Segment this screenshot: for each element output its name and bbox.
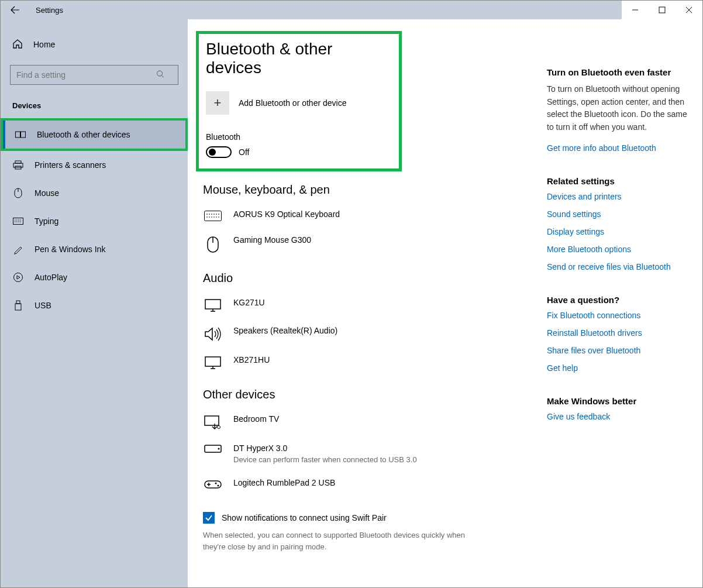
device-row[interactable]: Logitech RumblePad 2 USB — [203, 471, 536, 497]
keyboard-icon — [12, 218, 24, 225]
svg-rect-17 — [16, 301, 20, 304]
main-content: Bluetooth & other devices + Add Bluetoot… — [203, 36, 536, 576]
monitor-icon — [203, 355, 223, 369]
autoplay-icon — [12, 272, 24, 283]
question-link[interactable]: Fix Bluetooth connections — [547, 311, 687, 320]
sidebar-item-label: Mouse — [35, 188, 59, 198]
svg-rect-13 — [13, 218, 23, 225]
sidebar-item-bluetooth[interactable]: Bluetooth & other devices — [3, 121, 185, 149]
sidebar: Home Devices Bluetooth & other devices — [1, 19, 188, 587]
bluetooth-devices-icon — [15, 130, 26, 139]
device-name: KG271U — [233, 298, 265, 307]
mouse-icon — [12, 188, 24, 198]
related-heading: Related settings — [547, 176, 687, 186]
sidebar-item-label: Bluetooth & other devices — [37, 130, 130, 139]
keyboard-icon — [203, 209, 223, 221]
plus-icon: + — [206, 91, 229, 115]
section-audio: Audio — [203, 271, 536, 285]
sidebar-item-pen[interactable]: Pen & Windows Ink — [1, 235, 188, 263]
svg-point-31 — [218, 426, 220, 429]
svg-point-4 — [157, 71, 163, 76]
svg-rect-18 — [15, 304, 21, 310]
media-device-icon — [203, 414, 223, 429]
sidebar-item-usb[interactable]: USB — [1, 291, 188, 319]
swift-pair-checkbox[interactable] — [203, 512, 215, 524]
pen-icon — [12, 244, 24, 255]
home-nav[interactable]: Home — [1, 31, 188, 58]
tip-link[interactable]: Get more info about Bluetooth — [547, 143, 687, 153]
usb-icon — [12, 300, 24, 311]
svg-rect-30 — [205, 416, 219, 425]
page-title: Bluetooth & other devices — [206, 40, 392, 77]
search-input[interactable] — [10, 65, 178, 85]
swift-pair-label: Show notifications to connect using Swif… — [222, 513, 387, 522]
device-name: Logitech RumblePad 2 USB — [233, 478, 335, 487]
close-icon — [685, 6, 692, 13]
sidebar-item-label: Typing — [35, 216, 58, 226]
maximize-button[interactable] — [649, 1, 676, 19]
sidebar-item-autoplay[interactable]: AutoPlay — [1, 263, 188, 291]
monitor-icon — [203, 298, 223, 312]
sidebar-section-label: Devices — [1, 90, 188, 118]
add-device-label: Add Bluetooth or other device — [239, 98, 346, 108]
sidebar-item-label: Printers & scanners — [35, 160, 106, 170]
speaker-icon — [203, 326, 223, 341]
svg-rect-8 — [15, 161, 21, 163]
device-name: Bedroom TV — [233, 414, 279, 424]
feedback-link[interactable]: Give us feedback — [547, 412, 687, 421]
svg-rect-1 — [659, 7, 665, 13]
question-heading: Have a question? — [547, 295, 687, 305]
device-name: Speakers (Realtek(R) Audio) — [233, 326, 337, 335]
close-button[interactable] — [676, 1, 702, 19]
tip-body: To turn on Bluetooth without opening Set… — [547, 83, 687, 134]
search-icon — [156, 70, 164, 80]
sidebar-item-printers[interactable]: Printers & scanners — [1, 151, 188, 179]
bluetooth-state: Off — [239, 147, 249, 157]
right-column: Turn on Bluetooth even faster To turn on… — [536, 36, 687, 576]
device-row[interactable]: Gaming Mouse G300 — [203, 228, 536, 260]
question-link[interactable]: Reinstall Bluetooth drivers — [547, 328, 687, 338]
svg-rect-6 — [16, 132, 20, 137]
related-link[interactable]: Send or receive files via Bluetooth — [547, 262, 687, 271]
question-link[interactable]: Share files over Bluetooth — [547, 346, 687, 355]
home-icon — [12, 39, 23, 51]
sidebar-item-label: Pen & Windows Ink — [35, 245, 105, 254]
maximize-icon — [659, 6, 666, 13]
back-button[interactable] — [1, 1, 30, 19]
device-row[interactable]: DT HyperX 3.0 Device can perform faster … — [203, 436, 536, 471]
related-link[interactable]: Sound settings — [547, 209, 687, 219]
add-device-button[interactable]: + Add Bluetooth or other device — [206, 91, 392, 115]
sidebar-item-mouse[interactable]: Mouse — [1, 179, 188, 207]
bluetooth-toggle[interactable] — [206, 146, 232, 158]
printer-icon — [12, 160, 24, 170]
svg-line-5 — [162, 75, 164, 78]
minimize-button[interactable] — [622, 1, 649, 19]
svg-rect-24 — [205, 300, 220, 309]
device-name: DT HyperX 3.0 — [233, 443, 417, 453]
related-link[interactable]: Devices and printers — [547, 192, 687, 201]
minimize-icon — [632, 6, 639, 13]
device-name: AORUS K9 Optical Keyboard — [233, 209, 340, 219]
related-link[interactable]: More Bluetooth options — [547, 245, 687, 254]
related-link[interactable]: Display settings — [547, 227, 687, 236]
home-label: Home — [33, 40, 55, 49]
svg-point-38 — [218, 485, 219, 487]
sidebar-item-typing[interactable]: Typing — [1, 207, 188, 235]
swift-pair-desc: When selected, you can connect to suppor… — [203, 529, 472, 552]
question-link[interactable]: Get help — [547, 363, 687, 373]
device-row[interactable]: XB271HU — [203, 348, 536, 376]
device-row[interactable]: Bedroom TV — [203, 407, 536, 436]
svg-rect-27 — [205, 357, 220, 366]
titlebar: Settings — [1, 1, 702, 19]
svg-rect-19 — [205, 211, 222, 221]
svg-point-37 — [215, 483, 217, 484]
device-row[interactable]: AORUS K9 Optical Keyboard — [203, 202, 536, 228]
device-row[interactable]: Speakers (Realtek(R) Audio) — [203, 319, 536, 348]
device-subtext: Device can perform faster when connected… — [233, 455, 417, 464]
sidebar-item-label: USB — [35, 301, 51, 310]
device-row[interactable]: KG271U — [203, 291, 536, 319]
svg-rect-9 — [13, 163, 23, 167]
drive-icon — [203, 443, 223, 453]
sidebar-item-label: AutoPlay — [35, 273, 67, 282]
svg-rect-7 — [21, 132, 26, 137]
